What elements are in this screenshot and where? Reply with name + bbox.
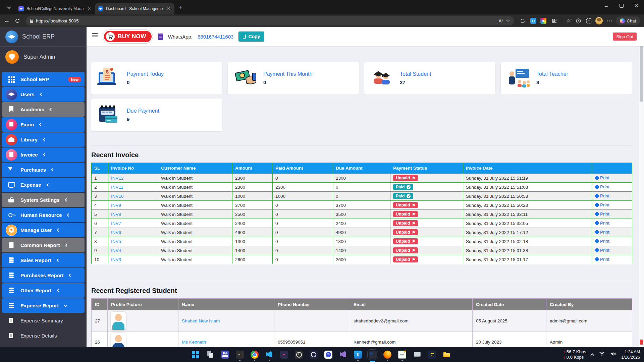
invoice-link[interactable]: INV12 <box>111 176 124 181</box>
wifi-icon[interactable] <box>599 351 605 358</box>
copy-button[interactable]: Copy <box>238 32 264 42</box>
whatsapp-number-link[interactable]: 8801674411603 <box>198 34 233 40</box>
print-link[interactable]: Print <box>595 184 609 189</box>
sidebar-item-human-resource[interactable]: Human Resource <box>2 208 85 222</box>
taskbar-clock[interactable]: 1:24 AM 1/16/2026 <box>621 349 640 360</box>
sidebar-item-expense-details[interactable]: Expense Details <box>2 328 85 343</box>
card-value: 0 <box>263 79 312 85</box>
sidebar-item-label: Expense <box>20 182 41 188</box>
tab-search-button[interactable] <box>3 3 15 13</box>
minimize-button[interactable] <box>599 0 614 11</box>
url-text[interactable]: https://localhost:5005 <box>36 18 496 23</box>
profile-avatar[interactable] <box>595 17 603 24</box>
read-aloud-icon[interactable] <box>499 18 503 23</box>
invoice-link[interactable]: INV6 <box>111 230 121 235</box>
print-link[interactable]: Print <box>595 175 609 180</box>
sidebar-item-purchases-report[interactable]: Purchases Report <box>2 268 85 283</box>
sidebar-item-users[interactable]: Users <box>2 87 85 102</box>
sidebar-item-purchases[interactable]: Purchases <box>2 163 85 177</box>
sidebar-item-expense[interactable]: Expense <box>2 178 85 192</box>
col-amount: Amount <box>232 163 273 174</box>
address-bar[interactable]: https://localhost:5005 <box>26 16 514 25</box>
snipping-tool-icon[interactable] <box>280 351 288 359</box>
student-avatar[interactable] <box>111 333 126 347</box>
clock-app-icon[interactable] <box>295 351 303 359</box>
page-scrollbar[interactable] <box>639 27 644 347</box>
student-avatar[interactable] <box>111 312 126 330</box>
sidebar-item-expense-report[interactable]: Expense Report <box>2 298 85 313</box>
vscode-icon[interactable] <box>265 351 273 359</box>
favorites-bar-icon[interactable] <box>566 18 571 24</box>
visual-studio-icon[interactable] <box>339 351 347 359</box>
back-icon[interactable] <box>4 17 10 24</box>
remote-desktop-icon[interactable] <box>413 351 421 359</box>
student-name-link[interactable]: Shahed New Islam <box>182 318 220 323</box>
camera-shutter-icon[interactable] <box>310 351 318 359</box>
start-icon[interactable] <box>192 351 200 359</box>
close-icon[interactable] <box>87 6 92 12</box>
sidebar-item-manage-user[interactable]: Manage User <box>2 223 85 237</box>
invoice-link[interactable]: INV4 <box>111 248 121 253</box>
tab-school-college[interactable]: School/College/University Manage <box>15 3 95 14</box>
notepad-icon[interactable] <box>398 351 406 359</box>
chrome-icon[interactable] <box>251 351 259 359</box>
sidebar-item-common-report[interactable]: Common Report <box>2 238 85 252</box>
invoice-link[interactable]: INV10 <box>111 194 124 199</box>
screenshot-icon[interactable] <box>586 18 591 23</box>
print-link[interactable]: Print <box>595 221 609 226</box>
sidebar-item-exam[interactable]: Exam <box>2 117 85 132</box>
sidebar-item-expense-summary[interactable]: Expense Summary <box>2 313 85 328</box>
blue-app-icon[interactable] <box>354 351 362 359</box>
print-link[interactable]: Print <box>595 202 609 207</box>
download-speed: 0.0 Kbps <box>567 355 584 360</box>
close-icon[interactable] <box>166 6 171 12</box>
student-name-link[interactable]: Ms Kenneth <box>182 340 206 345</box>
invoice-link[interactable]: INV9 <box>111 203 121 208</box>
pen-app-icon[interactable] <box>324 351 332 359</box>
history-icon[interactable] <box>575 17 582 24</box>
color-picker-extension-icon[interactable] <box>540 18 546 24</box>
invoice-link[interactable]: INV11 <box>111 185 123 190</box>
invoice-link[interactable]: INV7 <box>111 221 121 226</box>
file-explorer-icon[interactable] <box>442 351 450 359</box>
print-link[interactable]: Print <box>595 257 609 262</box>
sidebar-item-library[interactable]: Library <box>2 132 85 147</box>
print-link[interactable]: Print <box>595 212 609 217</box>
card-value: 0 <box>127 79 164 85</box>
task-view-icon[interactable] <box>206 351 214 359</box>
extensions-puzzle-icon[interactable] <box>550 17 558 24</box>
sidebar-item-academic[interactable]: Academic <box>2 102 85 117</box>
firefox-icon[interactable] <box>383 351 391 359</box>
invoice-link[interactable]: INV5 <box>111 239 121 244</box>
close-window-button[interactable] <box>629 0 644 11</box>
sign-out-button[interactable]: Sign Out <box>613 33 637 41</box>
sidebar-item-system-settings[interactable]: System Settings <box>2 193 85 207</box>
copilot-chat-button[interactable]: Chat <box>616 16 640 25</box>
fi-extension-icon[interactable] <box>530 18 536 24</box>
print-link[interactable]: Print <box>595 230 609 235</box>
wifi-app-icon[interactable] <box>428 351 436 359</box>
settings-menu-icon[interactable] <box>607 20 612 21</box>
print-link[interactable]: Print <box>595 248 609 253</box>
maximize-button[interactable] <box>614 0 629 11</box>
invoice-link[interactable]: INV3 <box>111 257 121 262</box>
edge-icon[interactable] <box>369 351 377 359</box>
sidebar-item-invoice[interactable]: Invoice <box>2 147 85 162</box>
sidebar-item-sales-report[interactable]: Sales Report <box>2 253 85 267</box>
sidebar-item-other-report[interactable]: Other Report <box>2 283 85 298</box>
print-link[interactable]: Print <box>595 193 609 198</box>
sidebar-item-school-erp[interactable]: School ERP New <box>2 72 85 86</box>
tab-dashboard[interactable]: Dashboard - School Management S <box>95 3 174 14</box>
refresh-icon[interactable] <box>14 17 21 24</box>
buy-now-button[interactable]: BUY NOW <box>103 29 153 44</box>
sync-icon[interactable] <box>519 17 526 24</box>
hidden-icons-chevron[interactable] <box>591 353 594 357</box>
lock-icon[interactable] <box>30 20 33 23</box>
favorite-star-icon[interactable] <box>506 18 510 24</box>
invoice-link[interactable]: INV8 <box>111 212 121 217</box>
terminal-icon[interactable] <box>236 351 244 359</box>
volume-icon[interactable] <box>610 351 616 358</box>
teams-icon[interactable] <box>221 351 229 359</box>
new-tab-button[interactable] <box>178 4 182 11</box>
print-link[interactable]: Print <box>595 239 609 244</box>
